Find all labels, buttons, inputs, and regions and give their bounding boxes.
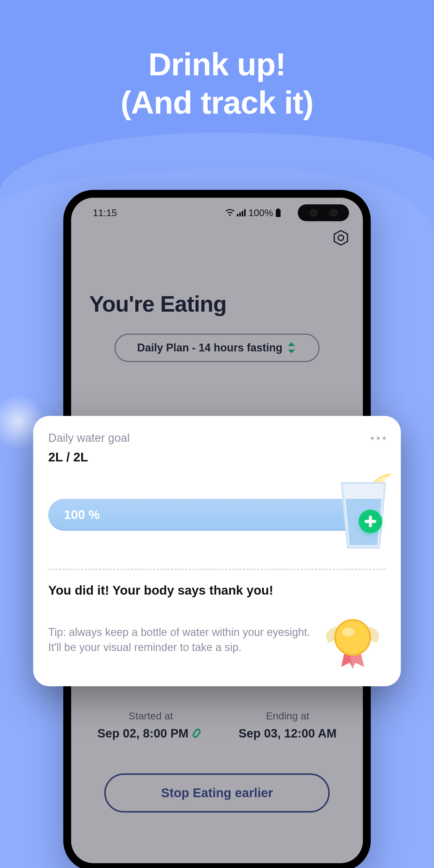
add-water-button[interactable]	[359, 510, 382, 533]
stop-eating-label: Stop Eating earlier	[161, 786, 273, 800]
started-at-text: Sep 02, 8:00 PM	[97, 727, 188, 740]
dot-icon	[377, 437, 380, 440]
stop-eating-button[interactable]: Stop Eating earlier	[104, 773, 330, 812]
ending-at-text: Sep 03, 12:00 AM	[239, 727, 337, 740]
water-goal-label: Daily water goal	[48, 432, 130, 444]
water-progress-text: 100 %	[64, 507, 100, 522]
started-at-block: Started at Sep 02, 8:00 PM	[97, 710, 204, 740]
water-progress-bar: 100 %	[48, 499, 365, 531]
plan-label: Daily Plan - 14 hours fasting	[137, 341, 282, 354]
page-title: You're Eating	[71, 249, 363, 317]
svg-point-18	[342, 628, 354, 636]
ending-at-block: Ending at Sep 03, 12:00 AM	[239, 710, 337, 740]
promo-headline-line-2: (And track it)	[0, 84, 434, 122]
plan-selector[interactable]: Daily Plan - 14 hours fasting	[115, 334, 319, 362]
tip-text: Tip: always keep a bottle of water withi…	[48, 625, 312, 655]
promo-headline-line-1: Drink up!	[0, 45, 434, 84]
ending-at-label: Ending at	[239, 710, 337, 722]
promo-background: Drink up! (And track it) 11:15 100%	[0, 0, 434, 868]
dot-icon	[383, 437, 386, 440]
water-progress: 100 %	[48, 489, 386, 549]
divider	[48, 569, 386, 570]
times-row: Started at Sep 02, 8:00 PM Ending at Sep…	[71, 710, 363, 740]
ending-at-value: Sep 03, 12:00 AM	[239, 727, 337, 740]
started-at-value[interactable]: Sep 02, 8:00 PM	[97, 727, 204, 740]
medal-icon	[319, 610, 386, 670]
promo-headline: Drink up! (And track it)	[0, 45, 434, 122]
water-goal-value: 2L / 2L	[48, 450, 386, 464]
dot-icon	[371, 437, 374, 440]
more-menu-button[interactable]	[371, 437, 386, 440]
chevron-up-down-icon	[288, 342, 297, 353]
svg-rect-8	[193, 728, 201, 738]
congrats-message: You did it! Your body says thank you!	[48, 583, 386, 598]
water-goal-card: Daily water goal 2L / 2L 100 % You did i…	[33, 416, 401, 686]
edit-icon	[192, 727, 204, 740]
started-at-label: Started at	[97, 710, 204, 722]
